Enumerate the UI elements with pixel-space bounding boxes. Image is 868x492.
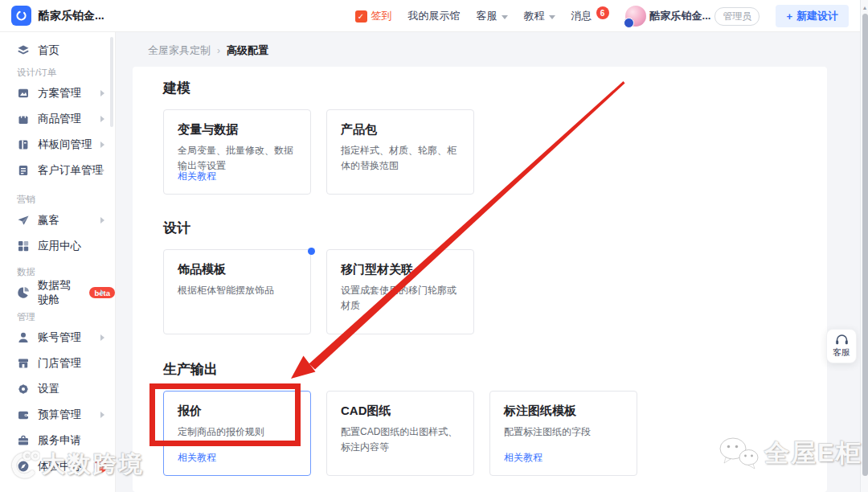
advanced-config-panel: 建模 变量与数据 全局变量、批量修改、数据输出等设置 相关教程 产品包 指定样式… [133,67,827,492]
sidebar-group-data: 数据 [0,264,115,280]
person-icon [17,331,30,344]
sidebar-item-experience-center[interactable]: 体验中心 新 [0,453,115,479]
account-menu[interactable]: 酷家乐铂金... 管理员 [625,6,760,27]
section-production-output: 生产输出 报价 定制商品的报价规则 相关教程 CAD图纸 配置CAD图纸的出图样… [163,361,637,476]
sidebar: 首页 设计/订单 方案管理 商品管理 样板间管理 客户订单管理 营销 赢客 应用… [0,32,116,492]
section-title: 建模 [163,80,474,97]
wallet-icon [17,408,30,421]
paper-plane-icon [17,214,30,227]
chevron-right-icon [100,334,104,341]
app-logo-icon [11,6,31,26]
chevron-right-icon [100,90,104,96]
top-header: 酷家乐铂金... ✓ 签到 我的展示馆 客服 教程 消息 6 酷家乐铂金... … [0,0,868,32]
sidebar-group-marketing: 营销 [0,191,115,207]
account-name: 酷家乐铂金... [650,9,711,23]
card-annotation-drawing-template[interactable]: 标注图纸模板 配置标注图纸的字段 相关教程 [489,391,637,476]
shopping-bag-icon [17,113,30,125]
section-title: 生产输出 [163,361,637,379]
order-document-icon [17,164,30,177]
nav-support-menu[interactable]: 客服 [477,9,508,23]
headset-icon [835,334,849,345]
card-cad-drawings[interactable]: CAD图纸 配置CAD图纸的出图样式、标注内容等 [326,391,474,476]
breadcrumb-separator: › [217,45,220,56]
chevron-right-icon [100,141,104,148]
sidebar-item-account-management[interactable]: 账号管理 [0,325,115,351]
checkin-label: 签到 [371,9,392,23]
sidebar-group-design-orders: 设计/订单 [0,64,115,80]
sidebar-item-customer-orders[interactable]: 客户订单管理 [0,158,115,183]
card-decoration-template[interactable]: 饰品模板 根据柜体智能摆放饰品 [163,249,311,334]
plan-image-icon [17,87,30,100]
breadcrumb-parent[interactable]: 全屋家具定制 [148,43,211,58]
workspace-title: 酷家乐铂金... [39,9,104,23]
sidebar-item-settings[interactable]: 设置 [0,376,115,402]
sidebar-item-showroom-management[interactable]: 样板间管理 [0,132,115,158]
gear-icon [17,383,30,396]
breadcrumb-current: 高级配置 [227,43,268,58]
pie-chart-icon [17,286,30,299]
card-variables-data[interactable]: 变量与数据 全局变量、批量修改、数据输出等设置 相关教程 [163,109,311,195]
chevron-right-icon [100,116,104,122]
related-tutorial-link[interactable]: 相关教程 [504,451,542,465]
sidebar-group-management: 管理 [0,309,115,325]
card-sliding-door-profile[interactable]: 移门型材关联 设置成套使用的移门轮廓或材质 [326,249,474,334]
support-fab-button[interactable]: 客服 [826,329,857,363]
avatar[interactable] [625,6,646,27]
compass-icon [17,460,30,473]
section-title: 设计 [163,219,474,237]
notification-dot [308,248,315,255]
showroom-book-icon [17,138,30,151]
chevron-right-icon [100,412,104,418]
nav-my-showroom[interactable]: 我的展示馆 [408,9,461,23]
page-scrollbar[interactable]: ▲ [860,0,868,492]
sidebar-item-app-center[interactable]: 应用中心 [0,233,115,259]
sidebar-item-service-request[interactable]: 服务申请 [0,428,115,453]
new-badge: 新 [94,460,107,473]
app-grid-icon [17,240,30,252]
card-product-package[interactable]: 产品包 指定样式、材质、轮廓、柜体的替换范围 [326,109,474,195]
section-design: 设计 饰品模板 根据柜体智能摆放饰品 移门型材关联 设置成套使用的移门轮廓或材质 [163,219,474,334]
chevron-down-icon [502,15,508,19]
checkin-button[interactable]: ✓ 签到 [355,9,392,23]
briefcase-icon [17,434,30,447]
storefront-icon [17,357,30,370]
chevron-right-icon [100,289,104,296]
messages-button[interactable]: 消息 6 [571,9,609,23]
sidebar-item-store-management[interactable]: 门店管理 [0,351,115,376]
chevron-right-icon [100,167,104,174]
section-modeling: 建模 变量与数据 全局变量、批量修改、数据输出等设置 相关教程 产品包 指定样式… [163,80,474,195]
related-tutorial-link[interactable]: 相关教程 [178,170,216,183]
plus-icon: + [786,10,792,23]
home-layers-icon [17,44,30,57]
sidebar-item-product-management[interactable]: 商品管理 [0,106,115,132]
sidebar-item-win-customers[interactable]: 赢客 [0,207,115,233]
new-design-button[interactable]: + 新建设计 [776,5,849,27]
breadcrumb: 全屋家具定制 › 高级配置 [148,43,268,58]
sidebar-item-home[interactable]: 首页 [0,39,115,63]
role-badge: 管理员 [714,7,760,26]
chevron-down-icon [549,15,555,19]
app-logo[interactable]: 酷家乐铂金... [0,6,121,26]
scrollbar-thumb[interactable] [862,14,868,476]
sidebar-item-plan-management[interactable]: 方案管理 [0,80,115,106]
sidebar-item-budget-management[interactable]: 预算管理 [0,402,115,428]
checkin-check-icon: ✓ [355,10,367,23]
card-quotation[interactable]: 报价 定制商品的报价规则 相关教程 [163,391,311,476]
scroll-up-arrow-icon[interactable]: ▲ [862,5,868,10]
sidebar-item-data-dashboard[interactable]: 数据驾驶舱 beta [0,280,115,305]
nav-tutorial-menu[interactable]: 教程 [524,9,555,23]
chevron-right-icon [100,217,104,223]
messages-count-badge: 6 [596,6,609,19]
related-tutorial-link[interactable]: 相关教程 [178,451,216,465]
